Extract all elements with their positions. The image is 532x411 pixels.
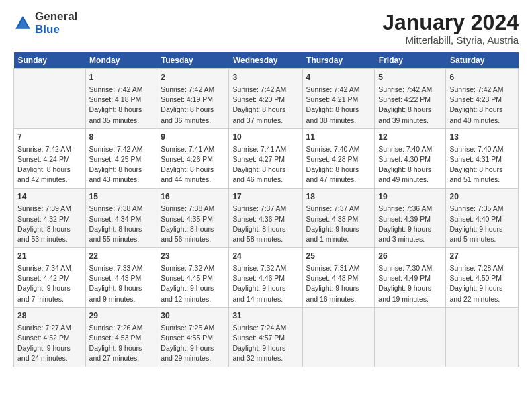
day-number: 22 (89, 250, 154, 262)
day-content: Sunrise: 7:28 AMSunset: 4:50 PMDaylight:… (449, 263, 515, 304)
table-row: 12Sunrise: 7:40 AMSunset: 4:30 PMDayligh… (375, 128, 446, 188)
day-content: Sunrise: 7:41 AMSunset: 4:27 PMDaylight:… (232, 144, 298, 185)
day-number: 31 (232, 310, 298, 322)
day-number: 4 (306, 72, 371, 83)
header: General Blue January 2024 Mitterlabill, … (13, 11, 519, 46)
day-content: Sunrise: 7:42 AMSunset: 4:20 PMDaylight:… (232, 85, 298, 126)
table-row: 6Sunrise: 7:42 AMSunset: 4:23 PMDaylight… (446, 69, 519, 129)
table-row: 16Sunrise: 7:38 AMSunset: 4:35 PMDayligh… (157, 188, 229, 248)
day-number: 30 (161, 310, 225, 322)
table-row: 26Sunrise: 7:30 AMSunset: 4:49 PMDayligh… (375, 248, 446, 308)
day-number: 25 (306, 250, 371, 262)
calendar-header: Sunday Monday Tuesday Wednesday Thursday… (14, 52, 519, 69)
col-wednesday: Wednesday (229, 52, 302, 69)
day-number: 12 (378, 132, 442, 143)
table-row: 3Sunrise: 7:42 AMSunset: 4:20 PMDaylight… (229, 69, 302, 129)
day-content: Sunrise: 7:39 AMSunset: 4:32 PMDaylight:… (17, 203, 82, 244)
day-content: Sunrise: 7:37 AMSunset: 4:36 PMDaylight:… (232, 203, 298, 244)
table-row: 2Sunrise: 7:42 AMSunset: 4:19 PMDaylight… (157, 69, 229, 129)
day-content: Sunrise: 7:42 AMSunset: 4:22 PMDaylight:… (378, 85, 442, 126)
col-saturday: Saturday (446, 52, 519, 69)
table-row (14, 69, 86, 129)
day-content: Sunrise: 7:24 AMSunset: 4:57 PMDaylight:… (232, 323, 298, 364)
day-number: 1 (89, 72, 154, 83)
col-monday: Monday (85, 52, 157, 69)
day-number: 21 (17, 250, 82, 262)
calendar-row: 7Sunrise: 7:42 AMSunset: 4:24 PMDaylight… (14, 128, 519, 188)
table-row: 17Sunrise: 7:37 AMSunset: 4:36 PMDayligh… (229, 188, 302, 248)
logo-blue: Blue (35, 24, 77, 36)
day-content: Sunrise: 7:40 AMSunset: 4:31 PMDaylight:… (449, 144, 515, 185)
day-content: Sunrise: 7:42 AMSunset: 4:21 PMDaylight:… (306, 85, 371, 126)
logo-icon (13, 14, 32, 33)
day-content: Sunrise: 7:34 AMSunset: 4:42 PMDaylight:… (17, 263, 82, 304)
day-number: 6 (449, 72, 515, 83)
day-content: Sunrise: 7:33 AMSunset: 4:43 PMDaylight:… (89, 263, 154, 304)
table-row (375, 307, 446, 367)
table-row: 22Sunrise: 7:33 AMSunset: 4:43 PMDayligh… (85, 248, 157, 308)
logo-text: General Blue (35, 11, 77, 36)
table-row (302, 307, 375, 367)
day-content: Sunrise: 7:37 AMSunset: 4:38 PMDaylight:… (306, 203, 371, 244)
calendar-subtitle: Mitterlabill, Styria, Austria (382, 34, 519, 46)
table-row: 23Sunrise: 7:32 AMSunset: 4:45 PMDayligh… (157, 248, 229, 308)
table-row: 1Sunrise: 7:42 AMSunset: 4:18 PMDaylight… (85, 69, 157, 129)
day-number: 15 (89, 191, 154, 203)
table-row (446, 307, 519, 367)
table-row: 4Sunrise: 7:42 AMSunset: 4:21 PMDaylight… (302, 69, 375, 129)
day-number: 3 (232, 72, 298, 83)
day-number: 5 (378, 72, 442, 83)
day-number: 20 (449, 191, 515, 203)
col-thursday: Thursday (302, 52, 375, 69)
day-number: 26 (378, 250, 442, 262)
day-content: Sunrise: 7:26 AMSunset: 4:53 PMDaylight:… (89, 323, 154, 364)
col-sunday: Sunday (14, 52, 86, 69)
table-row: 31Sunrise: 7:24 AMSunset: 4:57 PMDayligh… (229, 307, 302, 367)
day-number: 7 (17, 132, 82, 143)
table-row: 30Sunrise: 7:25 AMSunset: 4:55 PMDayligh… (157, 307, 229, 367)
day-number: 28 (17, 310, 82, 322)
day-content: Sunrise: 7:32 AMSunset: 4:46 PMDaylight:… (232, 263, 298, 304)
day-content: Sunrise: 7:41 AMSunset: 4:26 PMDaylight:… (161, 144, 225, 185)
day-content: Sunrise: 7:30 AMSunset: 4:49 PMDaylight:… (378, 263, 442, 304)
table-row: 25Sunrise: 7:31 AMSunset: 4:48 PMDayligh… (302, 248, 375, 308)
day-content: Sunrise: 7:36 AMSunset: 4:39 PMDaylight:… (378, 203, 442, 244)
table-row: 29Sunrise: 7:26 AMSunset: 4:53 PMDayligh… (85, 307, 157, 367)
logo-general: General (35, 11, 77, 24)
day-content: Sunrise: 7:38 AMSunset: 4:34 PMDaylight:… (89, 203, 154, 244)
calendar-title: January 2024 (382, 11, 519, 34)
table-row: 19Sunrise: 7:36 AMSunset: 4:39 PMDayligh… (375, 188, 446, 248)
table-row: 5Sunrise: 7:42 AMSunset: 4:22 PMDaylight… (375, 69, 446, 129)
day-number: 19 (378, 191, 442, 203)
day-number: 27 (449, 250, 515, 262)
day-number: 17 (232, 191, 298, 203)
table-row: 15Sunrise: 7:38 AMSunset: 4:34 PMDayligh… (85, 188, 157, 248)
calendar-table: Sunday Monday Tuesday Wednesday Thursday… (13, 52, 519, 367)
col-friday: Friday (375, 52, 446, 69)
calendar-body: 1Sunrise: 7:42 AMSunset: 4:18 PMDaylight… (14, 69, 519, 367)
title-block: January 2024 Mitterlabill, Styria, Austr… (382, 11, 519, 46)
day-number: 8 (89, 132, 154, 143)
logo: General Blue (13, 11, 77, 36)
day-number: 2 (161, 72, 225, 83)
day-content: Sunrise: 7:40 AMSunset: 4:30 PMDaylight:… (378, 144, 442, 185)
calendar-row: 14Sunrise: 7:39 AMSunset: 4:32 PMDayligh… (14, 188, 519, 248)
calendar-row: 28Sunrise: 7:27 AMSunset: 4:52 PMDayligh… (14, 307, 519, 367)
table-row: 27Sunrise: 7:28 AMSunset: 4:50 PMDayligh… (446, 248, 519, 308)
table-row: 11Sunrise: 7:40 AMSunset: 4:28 PMDayligh… (302, 128, 375, 188)
day-content: Sunrise: 7:42 AMSunset: 4:19 PMDaylight:… (161, 85, 225, 126)
table-row: 10Sunrise: 7:41 AMSunset: 4:27 PMDayligh… (229, 128, 302, 188)
page: General Blue January 2024 Mitterlabill, … (0, 0, 532, 374)
col-tuesday: Tuesday (157, 52, 229, 69)
day-number: 18 (306, 191, 371, 203)
table-row: 20Sunrise: 7:35 AMSunset: 4:40 PMDayligh… (446, 188, 519, 248)
day-content: Sunrise: 7:25 AMSunset: 4:55 PMDaylight:… (161, 323, 225, 364)
table-row: 24Sunrise: 7:32 AMSunset: 4:46 PMDayligh… (229, 248, 302, 308)
day-content: Sunrise: 7:42 AMSunset: 4:25 PMDaylight:… (89, 144, 154, 185)
day-content: Sunrise: 7:35 AMSunset: 4:40 PMDaylight:… (449, 203, 515, 244)
table-row: 7Sunrise: 7:42 AMSunset: 4:24 PMDaylight… (14, 128, 86, 188)
table-row: 18Sunrise: 7:37 AMSunset: 4:38 PMDayligh… (302, 188, 375, 248)
day-content: Sunrise: 7:40 AMSunset: 4:28 PMDaylight:… (306, 144, 371, 185)
day-content: Sunrise: 7:38 AMSunset: 4:35 PMDaylight:… (161, 203, 225, 244)
day-number: 16 (161, 191, 225, 203)
